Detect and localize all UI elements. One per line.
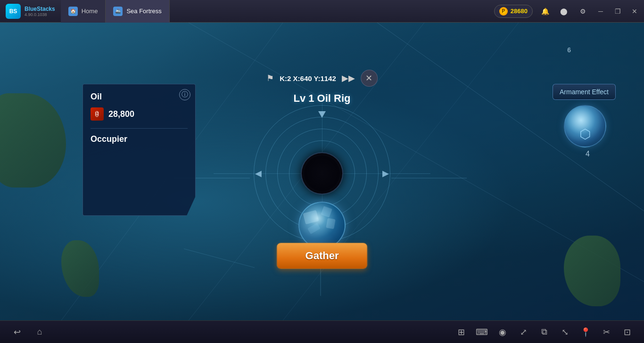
resource-value: 28,800 [108, 109, 134, 119]
game-tab-icon: 🚢 [113, 7, 123, 16]
oil-barrel-icon: 🛢 [91, 107, 104, 121]
toolbar-left: ↩ ⌂ [9, 325, 47, 340]
radar-arrow-right: ▶ [382, 168, 389, 179]
app-logo: BS BlueStacks 4.90.0.1038 [0, 4, 61, 19]
toolbar: ↩ ⌂ ⊞ ⌨ ◉ ⤢ ⧉ ⤡ 📍 ✂ ⊡ [0, 320, 644, 343]
game-area: 6 ⓘ Oil 🛢 28,800 Occupier ⚑ K:2 X:640 Y:… [0, 23, 644, 320]
game-tab-label: Sea Fortress [126, 8, 161, 15]
radar-arrow-left: ◀ [255, 168, 262, 179]
close-btn[interactable]: ✕ [629, 6, 640, 17]
info-panel: ⓘ Oil 🛢 28,800 Occupier [83, 84, 196, 216]
titlebar-right: P 28680 🔔 ⬤ ⚙ ─ ❐ ✕ [494, 5, 644, 18]
flag-icon: ⚑ [266, 73, 274, 83]
coord-bar: ⚑ K:2 X:640 Y:1142 ▶▶ ✕ [266, 70, 378, 87]
grid-icon[interactable]: ⊡ [619, 325, 635, 340]
logo-icon: BS [6, 4, 21, 19]
info-icon-btn[interactable]: ⓘ [179, 89, 190, 100]
restore-btn[interactable]: ❐ [612, 6, 623, 17]
base-number: 4 [586, 150, 590, 158]
settings-btn[interactable]: ⚙ [576, 5, 589, 18]
fullscreen-icon[interactable]: ⤢ [516, 325, 531, 340]
info-divider [91, 128, 188, 129]
nav-arrows[interactable]: ▶▶ [342, 73, 355, 83]
coin-icon: P [499, 7, 508, 16]
map-pin-icon[interactable]: 📍 [578, 325, 593, 340]
rig-globe [298, 202, 346, 249]
coord-text: K:2 X:640 Y:1142 [280, 74, 336, 82]
back-btn[interactable]: ↩ [9, 325, 25, 340]
clone-icon[interactable]: ⧉ [537, 325, 552, 340]
game-tab[interactable]: 🚢 Sea Fortress [106, 0, 169, 23]
keyboard-icon[interactable]: ⌨ [474, 325, 489, 340]
resource-label: Oil [91, 92, 188, 102]
titlebar: BS BlueStacks 4.90.0.1038 🏠 Home 🚢 Sea F… [0, 0, 644, 23]
base-icon: ⬡ [564, 105, 606, 147]
occupier-label: Occupier [91, 134, 188, 144]
radar-container: ◀ ▶ N [251, 103, 393, 244]
resource-row: 🛢 28,800 [91, 107, 188, 121]
app-version: 4.90.0.1038 [25, 12, 55, 17]
coin-display: P 28680 [494, 5, 533, 18]
home-btn[interactable]: ⌂ [32, 325, 47, 340]
radar-ext-left [214, 173, 251, 174]
rig-center [301, 152, 343, 195]
radar-ext-right [393, 173, 430, 174]
notification-btn[interactable]: 🔔 [538, 5, 552, 18]
minimize-btn[interactable]: ─ [595, 6, 606, 17]
shrink-icon[interactable]: ⤡ [557, 325, 572, 340]
close-panel-btn[interactable]: ✕ [361, 70, 378, 87]
home-tab-icon: 🏠 [68, 7, 78, 16]
multi-window-icon[interactable]: ⊞ [454, 325, 469, 340]
armament-effect-btn[interactable]: Armament Effect [553, 84, 616, 100]
scissors-icon[interactable]: ✂ [599, 325, 614, 340]
coin-value: 28680 [511, 8, 528, 15]
gather-button[interactable]: Gather [277, 243, 367, 269]
camera-icon[interactable]: ◉ [495, 325, 510, 340]
app-name: BlueStacks [25, 6, 55, 12]
home-tab[interactable]: 🏠 Home [61, 0, 106, 23]
home-tab-label: Home [82, 8, 98, 15]
map-number-top: 6 [567, 46, 571, 54]
record-btn[interactable]: ⬤ [557, 5, 570, 18]
radar-pointer-top [318, 111, 326, 118]
toolbar-right: ⊞ ⌨ ◉ ⤢ ⧉ ⤡ 📍 ✂ ⊡ [454, 325, 635, 340]
